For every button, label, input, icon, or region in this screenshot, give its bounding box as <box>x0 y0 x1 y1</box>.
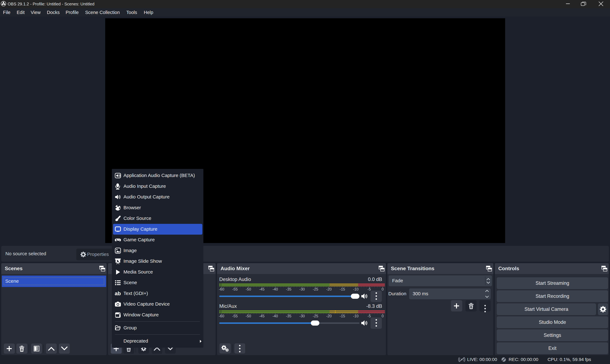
svg-text:ab: ab <box>115 290 121 296</box>
